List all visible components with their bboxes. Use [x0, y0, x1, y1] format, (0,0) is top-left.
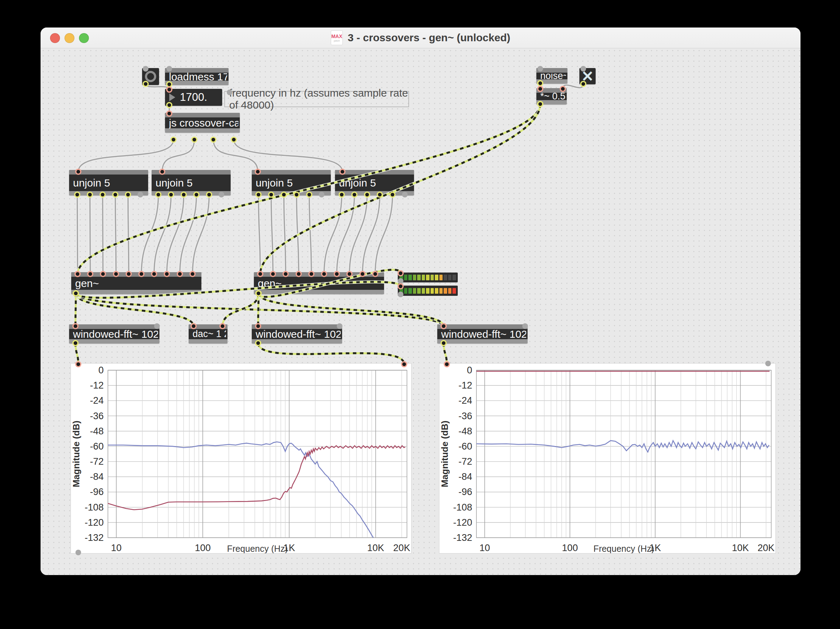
meter-segment [408, 275, 412, 280]
meter-segment [444, 288, 447, 294]
meter-segment [422, 275, 425, 280]
number-value: 1700. [180, 89, 207, 106]
meter-segment [452, 288, 456, 294]
close-button[interactable] [50, 33, 60, 43]
object-box-windowed-fft-3[interactable]: windowed-fft~ 1024 [437, 325, 527, 344]
meter-segment [413, 288, 417, 294]
svg-text:10K: 10K [367, 542, 384, 553]
bang-circle-icon [145, 71, 156, 82]
svg-text:0: 0 [467, 365, 472, 375]
level-meter-1[interactable] [398, 273, 458, 282]
number-box[interactable]: 1700. [165, 89, 222, 106]
svg-text:-120: -120 [85, 517, 104, 528]
svg-text:-48: -48 [90, 426, 104, 437]
meter-segment [417, 288, 421, 294]
svg-text:-60: -60 [90, 441, 104, 452]
object-box-unjoin-2[interactable]: unjoin 5 [152, 170, 231, 195]
object-box-gen-1[interactable]: gen~ [71, 272, 201, 294]
bang-button[interactable] [142, 68, 159, 85]
zoom-button[interactable] [79, 33, 89, 43]
svg-text:-24: -24 [90, 395, 104, 406]
meter-segment [452, 275, 456, 280]
trace-lowpass-output [108, 442, 373, 538]
object-box-windowed-fft-1[interactable]: windowed-fft~ 1024 [69, 325, 159, 344]
meter-segment [435, 288, 438, 294]
svg-text:10: 10 [479, 542, 490, 553]
meter-segment [413, 275, 417, 280]
svg-text:Magnitude (dB): Magnitude (dB) [71, 421, 82, 487]
svg-text:100: 100 [195, 542, 210, 553]
svg-text:-108: -108 [453, 502, 472, 512]
meter-segment [404, 275, 407, 280]
meter-segment [399, 275, 403, 280]
svg-text:-132: -132 [453, 533, 472, 543]
object-box-windowed-fft-2[interactable]: windowed-fft~ 1024 [252, 325, 342, 344]
svg-text:-12: -12 [458, 380, 472, 391]
svg-text:20K: 20K [758, 542, 774, 553]
meter-segment [422, 288, 425, 294]
meter-segment [426, 275, 429, 280]
trace-highpass-output [108, 446, 405, 510]
svg-text:-36: -36 [458, 411, 472, 421]
svg-text:-72: -72 [90, 456, 104, 467]
svg-text:0: 0 [98, 365, 104, 375]
number-triangle-icon [169, 93, 175, 101]
svg-text:-60: -60 [458, 441, 472, 452]
meter-segment [439, 288, 443, 294]
svg-text:100: 100 [562, 542, 578, 553]
svg-text:-108: -108 [85, 502, 104, 512]
object-box-unjoin-3[interactable]: unjoin 5 [252, 170, 331, 195]
svg-text:-36: -36 [90, 411, 104, 421]
svg-text:-12: -12 [90, 380, 104, 391]
svg-text:-132: -132 [85, 533, 104, 543]
minimize-button[interactable] [65, 33, 74, 43]
svg-text:-84: -84 [458, 471, 472, 482]
svg-text:-48: -48 [458, 426, 472, 437]
meter-segment [426, 288, 429, 294]
meter-segment [448, 288, 452, 294]
svg-text:Frequency (Hz): Frequency (Hz) [227, 544, 288, 553]
meter-segment [444, 275, 447, 280]
patcher-window: MAXpatch 3 - crossovers - gen~ (unlocked… [41, 27, 801, 575]
object-box-unjoin-4[interactable]: unjoin 5 [335, 170, 414, 195]
object-box-multiply[interactable]: *~ 0.5 [536, 88, 567, 104]
svg-text:-84: -84 [90, 471, 104, 482]
toggle-checkbox[interactable]: ✕ [579, 68, 595, 84]
object-box-gen-2[interactable]: gen~ [254, 272, 384, 294]
object-box-js[interactable]: js crossover-calc.js [165, 113, 240, 132]
svg-text:Magnitude (dB): Magnitude (dB) [439, 421, 450, 487]
max-document-icon: MAXpatch [331, 30, 343, 45]
meter-segment [408, 288, 412, 294]
object-box-noise[interactable]: noise~ [536, 68, 567, 84]
svg-text:-72: -72 [458, 456, 472, 467]
svg-text:10K: 10K [732, 542, 749, 553]
svg-text:-120: -120 [453, 517, 472, 528]
spectrum-plot-right[interactable]: 0-12-24-36-48-60-72-84-96-108-120-132101… [439, 363, 776, 553]
svg-text:-96: -96 [458, 487, 472, 497]
svg-text:-24: -24 [458, 395, 472, 406]
object-box-unjoin-1[interactable]: unjoin 5 [69, 170, 148, 195]
meter-segment [448, 275, 452, 280]
object-box-loadmess[interactable]: loadmess 1700 [165, 68, 229, 85]
meter-segment [404, 288, 407, 294]
meter-segment [435, 275, 438, 280]
svg-text:-96: -96 [90, 487, 104, 497]
meter-segment [431, 275, 434, 280]
svg-text:Frequency (Hz): Frequency (Hz) [594, 544, 654, 553]
svg-text:20K: 20K [393, 542, 410, 553]
meter-segment [431, 288, 434, 294]
comment-box[interactable]: frequency in hz (assumes sample rate of … [224, 91, 409, 107]
svg-text:10: 10 [111, 542, 122, 553]
spectrum-plot-left[interactable]: 0-12-24-36-48-60-72-84-96-108-120-132101… [71, 363, 412, 553]
meter-segment [399, 288, 403, 294]
meter-segment [439, 275, 443, 280]
object-box-dac[interactable]: dac~ 1 2 [189, 325, 227, 344]
meter-segment [417, 275, 421, 280]
window-title: 3 - crossovers - gen~ (unlocked) [348, 32, 510, 44]
titlebar: MAXpatch 3 - crossovers - gen~ (unlocked… [41, 27, 801, 48]
level-meter-2[interactable] [398, 285, 458, 296]
